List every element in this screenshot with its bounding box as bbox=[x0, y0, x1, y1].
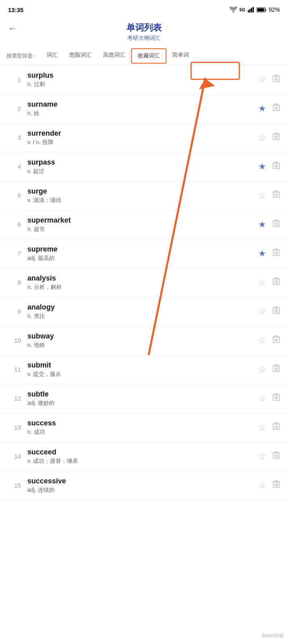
word-chinese: v. 成功；接替；继承 bbox=[27, 458, 258, 465]
word-english: analogy bbox=[27, 303, 258, 312]
word-actions: ☆ bbox=[258, 335, 280, 346]
word-english: successive bbox=[27, 477, 258, 486]
star-icon[interactable]: ☆ bbox=[258, 306, 266, 317]
word-actions: ☆ bbox=[258, 364, 280, 375]
star-icon[interactable]: ★ bbox=[258, 219, 266, 230]
word-item-12: 12 subtle adj. 微妙的 ☆ bbox=[0, 384, 288, 413]
tab-weixian[interactable]: 危险词汇 bbox=[64, 48, 97, 64]
delete-icon[interactable] bbox=[273, 103, 280, 114]
word-actions: ★ bbox=[258, 248, 280, 259]
word-actions: ☆ bbox=[258, 480, 280, 491]
tab-jiandan[interactable]: 简单词 bbox=[167, 48, 195, 64]
word-actions: ☆ bbox=[258, 74, 280, 85]
word-actions: ☆ bbox=[258, 306, 280, 317]
delete-icon[interactable] bbox=[273, 393, 280, 403]
word-chinese: v. 提交，服从 bbox=[27, 371, 258, 378]
word-actions: ☆ bbox=[258, 393, 280, 404]
word-number: 4 bbox=[8, 163, 21, 170]
star-icon[interactable]: ☆ bbox=[258, 422, 266, 433]
word-content: analogy n. 类比 bbox=[27, 303, 258, 320]
star-icon[interactable]: ☆ bbox=[258, 277, 266, 288]
header: ← 单词列表 考研大纲词汇 bbox=[0, 18, 288, 47]
star-icon[interactable]: ☆ bbox=[258, 335, 266, 346]
word-english: subway bbox=[27, 332, 258, 341]
word-chinese: n. 姓 bbox=[27, 110, 258, 117]
star-icon[interactable]: ☆ bbox=[258, 74, 266, 85]
delete-icon[interactable] bbox=[273, 335, 280, 345]
word-chinese: adj. 最高的 bbox=[27, 255, 258, 262]
word-content: success n. 成功 bbox=[27, 419, 258, 436]
star-icon[interactable]: ★ bbox=[258, 161, 266, 172]
5g-icon: 5G bbox=[239, 7, 245, 12]
star-icon[interactable]: ☆ bbox=[258, 132, 266, 143]
word-content: succeed v. 成功；接替；继承 bbox=[27, 448, 258, 465]
word-content: successive adj. 连续的 bbox=[27, 477, 258, 494]
word-content: supermarket n. 超市 bbox=[27, 216, 258, 233]
star-icon[interactable]: ☆ bbox=[258, 451, 266, 462]
tab-gaoweixian[interactable]: 高危词汇 bbox=[97, 48, 131, 64]
tab-cihui[interactable]: 词汇 bbox=[41, 48, 64, 64]
word-content: surge v. 汹涌；涌动 bbox=[27, 187, 258, 204]
star-icon[interactable]: ☆ bbox=[258, 480, 266, 491]
delete-icon[interactable] bbox=[273, 161, 280, 171]
word-item-3: 3 surrender v. / n. 投降 ☆ bbox=[0, 123, 288, 152]
filter-bar: 按类型筛选： 词汇 危险词汇 高危词汇 收藏词汇 简单词 bbox=[0, 47, 288, 65]
word-number: 10 bbox=[8, 337, 21, 344]
delete-icon[interactable] bbox=[273, 364, 280, 374]
word-actions: ★ bbox=[258, 103, 280, 114]
delete-icon[interactable] bbox=[273, 132, 280, 142]
word-content: analysis n. 分析，解析 bbox=[27, 274, 258, 291]
word-english: surrender bbox=[27, 129, 258, 138]
star-icon[interactable]: ☆ bbox=[258, 364, 266, 375]
word-item-14: 14 succeed v. 成功；接替；继承 ☆ bbox=[0, 442, 288, 471]
delete-icon[interactable] bbox=[273, 74, 280, 85]
delete-icon[interactable] bbox=[273, 422, 280, 432]
word-number: 11 bbox=[8, 366, 21, 373]
star-icon[interactable]: ☆ bbox=[258, 393, 266, 404]
tab-shoucang[interactable]: 收藏词汇 bbox=[131, 48, 167, 64]
filter-label: 按类型筛选： bbox=[6, 52, 38, 60]
page-title: 单词列表 bbox=[126, 22, 162, 34]
word-chinese: v. / n. 投降 bbox=[27, 139, 258, 146]
word-english: submit bbox=[27, 361, 258, 370]
star-icon[interactable]: ☆ bbox=[258, 190, 266, 201]
word-content: supreme adj. 最高的 bbox=[27, 245, 258, 262]
word-chinese: adj. 微妙的 bbox=[27, 400, 258, 407]
svg-rect-3 bbox=[253, 7, 254, 12]
word-actions: ☆ bbox=[258, 132, 280, 143]
word-number: 8 bbox=[8, 279, 21, 286]
word-actions: ☆ bbox=[258, 277, 280, 288]
word-item-2: 2 surname n. 姓 ★ bbox=[0, 94, 288, 123]
word-english: surge bbox=[27, 187, 258, 196]
delete-icon[interactable] bbox=[273, 480, 280, 490]
delete-icon[interactable] bbox=[273, 277, 280, 287]
word-english: success bbox=[27, 419, 258, 428]
word-item-10: 10 subway n. 地铁 ☆ bbox=[0, 326, 288, 355]
word-actions: ☆ bbox=[258, 451, 280, 462]
word-content: surrender v. / n. 投降 bbox=[27, 129, 258, 146]
delete-icon[interactable] bbox=[273, 248, 280, 258]
svg-rect-5 bbox=[265, 9, 266, 11]
star-icon[interactable]: ★ bbox=[258, 103, 266, 114]
back-button[interactable]: ← bbox=[8, 23, 17, 34]
delete-icon[interactable] bbox=[273, 190, 280, 200]
status-icons: 5G 92% bbox=[230, 6, 280, 13]
word-english: surplus bbox=[27, 71, 258, 80]
word-item-13: 13 success n. 成功 ☆ bbox=[0, 413, 288, 442]
wifi-icon bbox=[230, 7, 237, 12]
word-english: subtle bbox=[27, 390, 258, 399]
word-number: 13 bbox=[8, 424, 21, 431]
delete-icon[interactable] bbox=[273, 306, 280, 316]
delete-icon[interactable] bbox=[273, 219, 280, 229]
word-content: subway n. 地铁 bbox=[27, 332, 258, 349]
status-time: 13:35 bbox=[8, 6, 23, 13]
word-actions: ☆ bbox=[258, 190, 280, 201]
word-item-11: 11 submit v. 提交，服从 ☆ bbox=[0, 355, 288, 384]
word-item-4: 4 surpass v. 超过 ★ bbox=[0, 152, 288, 181]
word-chinese: n. 类比 bbox=[27, 313, 258, 320]
star-icon[interactable]: ★ bbox=[258, 248, 266, 259]
delete-icon[interactable] bbox=[273, 451, 280, 461]
word-number: 5 bbox=[8, 192, 21, 199]
word-item-15: 15 successive adj. 连续的 ☆ bbox=[0, 471, 288, 500]
word-english: supermarket bbox=[27, 216, 258, 225]
